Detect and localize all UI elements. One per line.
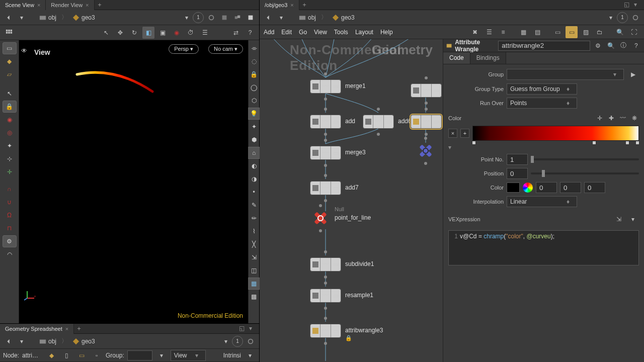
maximize-icon[interactable]: ◱: [624, 1, 632, 9]
node-sidenull[interactable]: [419, 144, 433, 158]
menu-tools[interactable]: Tools: [334, 29, 348, 36]
pin-button[interactable]: [245, 336, 256, 347]
translate-tool[interactable]: ✥: [114, 27, 126, 39]
disp-k[interactable]: ╳: [247, 238, 261, 250]
ramp-stop[interactable]: [625, 141, 629, 145]
scale-tool[interactable]: ◧: [142, 27, 154, 39]
tab-network-path[interactable]: /obj/geo3×: [260, 0, 299, 10]
node-resample[interactable]: 〰▭resample1: [310, 289, 341, 303]
node-subdiv[interactable]: 〰▭subdivide1: [310, 257, 341, 272]
color-wheel-button[interactable]: [523, 183, 533, 193]
ramp-add-point-icon[interactable]: ✛: [595, 114, 604, 123]
disp-g[interactable]: ⬢: [247, 134, 261, 146]
ramp-stop[interactable]: [592, 141, 596, 145]
list-a-icon[interactable]: ☰: [483, 26, 495, 38]
group-input[interactable]: ▾: [507, 69, 624, 80]
class-prims-button[interactable]: ▭: [75, 349, 88, 361]
menu-icon[interactable]: ▾: [249, 325, 257, 333]
nav-history-button[interactable]: ▾: [16, 336, 27, 347]
snap-tool[interactable]: ⊹: [3, 153, 17, 165]
grouptype-select[interactable]: Guess from Group♦: [507, 83, 577, 95]
help-icon[interactable]: ?: [631, 40, 641, 52]
menu-icon[interactable]: ▾: [634, 1, 642, 9]
path-node[interactable]: geo3: [69, 12, 98, 23]
menu-add[interactable]: Add: [264, 29, 274, 36]
wrench-icon[interactable]: ✖: [469, 26, 481, 38]
scene-viewport[interactable]: 👁 View Persp ▾ No cam ▾ x Non-Commercial…: [19, 40, 248, 323]
vex-editor[interactable]: 1 v@Cd = chramp("color", @curveu);: [448, 230, 639, 265]
camera-menu[interactable]: Persp ▾: [169, 44, 199, 54]
visibility-icon[interactable]: 👁: [21, 47, 32, 58]
red-tool-a[interactable]: ◉: [3, 114, 17, 126]
ramp-delete-button[interactable]: ×: [448, 129, 457, 138]
light-tool[interactable]: ✦: [3, 140, 17, 152]
disp-h[interactable]: ◐: [247, 160, 261, 172]
list-b-icon[interactable]: ≡: [497, 26, 509, 38]
maximize-icon[interactable]: ◱: [239, 325, 247, 333]
gear-tool[interactable]: ⚙: [3, 235, 17, 247]
menu-edit[interactable]: Edit: [281, 29, 292, 36]
disp-n[interactable]: ▦: [247, 278, 261, 290]
path-node[interactable]: geo3: [329, 12, 358, 23]
pointno-input[interactable]: [507, 154, 528, 165]
info-icon[interactable]: ⓘ: [619, 40, 628, 52]
add-tab-button[interactable]: ＋: [95, 1, 105, 9]
magnet-b[interactable]: ∪: [3, 196, 17, 208]
group-picker-button[interactable]: ▶: [627, 68, 639, 80]
menu-layout[interactable]: Layout: [355, 29, 373, 36]
image-icon[interactable]: ▨: [580, 26, 592, 38]
menu-go[interactable]: Go: [299, 29, 307, 36]
nav-back-button[interactable]: [3, 12, 14, 23]
settings-tool[interactable]: ☰: [199, 27, 211, 39]
find-icon[interactable]: 🔍: [614, 26, 626, 38]
disp-f[interactable]: ✦: [247, 121, 261, 133]
disp-l[interactable]: ⇲: [247, 251, 261, 263]
view-select[interactable]: View▾: [171, 350, 206, 361]
rotate-tool[interactable]: ↻: [128, 27, 140, 39]
node-sideop[interactable]: 〰▭: [411, 83, 442, 98]
magnet-c[interactable]: Ω: [3, 209, 17, 221]
path-dropdown-button[interactable]: ▾: [183, 12, 191, 23]
path-level[interactable]: obj: [296, 12, 319, 23]
group-input[interactable]: [127, 350, 152, 360]
runover-select[interactable]: Points♦: [507, 98, 577, 109]
close-icon[interactable]: ×: [37, 2, 40, 8]
vex-menu-button[interactable]: ▾: [627, 213, 639, 225]
nav-back-button[interactable]: [263, 12, 274, 23]
render-button[interactable]: [219, 12, 230, 23]
frame-number[interactable]: 1: [232, 336, 243, 347]
pointer-tool[interactable]: ↖: [100, 27, 112, 39]
path-level[interactable]: obj: [36, 336, 59, 347]
param-tab-code[interactable]: Code: [443, 52, 470, 64]
color-g-input[interactable]: [560, 182, 581, 193]
class-points-button[interactable]: ◆: [45, 349, 57, 361]
class-verts-button[interactable]: ▯: [60, 349, 72, 361]
nav-back-button[interactable]: [3, 336, 14, 347]
gear-icon[interactable]: ⚙: [593, 40, 603, 52]
color-b-input[interactable]: [584, 182, 605, 193]
close-icon[interactable]: ×: [65, 326, 68, 332]
close-icon[interactable]: ×: [290, 2, 293, 8]
path-level[interactable]: obj: [36, 12, 59, 23]
select-edge-button[interactable]: ▱: [3, 68, 17, 80]
color-ramp[interactable]: [472, 126, 639, 141]
class-detail-button[interactable]: ▫: [91, 349, 103, 361]
node-merge3[interactable]: 〰▭merge3: [310, 146, 341, 160]
disp-a[interactable]: ⌯: [247, 42, 261, 54]
disp-e[interactable]: ⬡: [247, 95, 261, 107]
close-icon[interactable]: ×: [86, 2, 89, 8]
disp-c[interactable]: 🔒: [247, 68, 261, 80]
path-dropdown-button[interactable]: ▾: [222, 336, 230, 347]
param-tab-bindings[interactable]: Bindings: [470, 52, 506, 64]
ramp-presets-icon[interactable]: ❋: [630, 114, 639, 123]
node-add[interactable]: 〰▭add: [310, 115, 341, 129]
vex-expand-button[interactable]: ⇲: [613, 213, 625, 225]
grid-b-icon[interactable]: ▤: [531, 26, 543, 38]
disp-j[interactable]: ⌇: [247, 225, 261, 237]
record-tool[interactable]: ◉: [171, 27, 183, 39]
render-all-button[interactable]: [232, 12, 243, 23]
ramp-curve-icon[interactable]: 〰: [618, 114, 627, 123]
frame-number[interactable]: 1: [193, 12, 204, 23]
disp-pen[interactable]: ✏: [247, 212, 261, 224]
options-button[interactable]: ⇄: [230, 27, 242, 39]
